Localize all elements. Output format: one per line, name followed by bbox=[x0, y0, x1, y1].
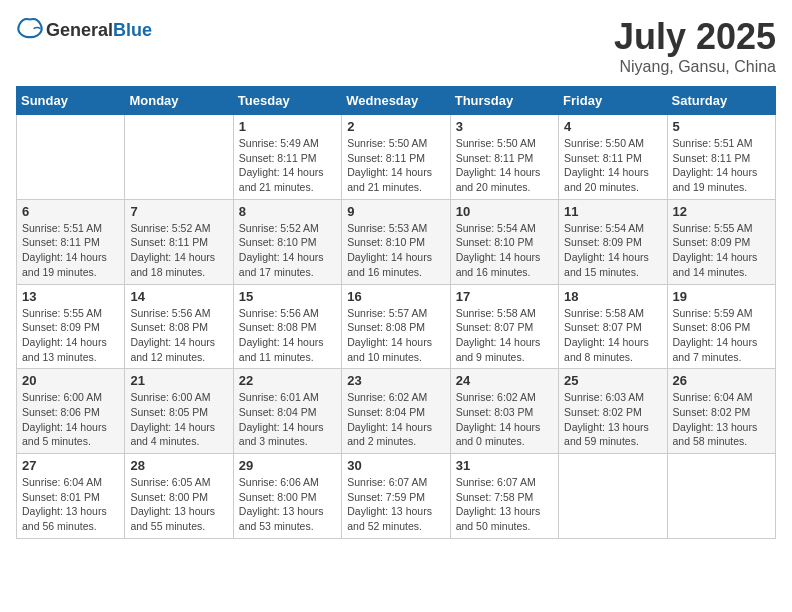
day-info: Sunrise: 5:56 AM Sunset: 8:08 PM Dayligh… bbox=[130, 306, 227, 365]
day-number: 29 bbox=[239, 458, 336, 473]
day-info: Sunrise: 5:57 AM Sunset: 8:08 PM Dayligh… bbox=[347, 306, 444, 365]
weekday-header-friday: Friday bbox=[559, 87, 667, 115]
day-number: 16 bbox=[347, 289, 444, 304]
day-number: 28 bbox=[130, 458, 227, 473]
day-number: 11 bbox=[564, 204, 661, 219]
calendar-cell: 31Sunrise: 6:07 AM Sunset: 7:58 PM Dayli… bbox=[450, 454, 558, 539]
day-info: Sunrise: 5:51 AM Sunset: 8:11 PM Dayligh… bbox=[673, 136, 770, 195]
calendar-week-row: 1Sunrise: 5:49 AM Sunset: 8:11 PM Daylig… bbox=[17, 115, 776, 200]
day-number: 6 bbox=[22, 204, 119, 219]
day-number: 12 bbox=[673, 204, 770, 219]
day-info: Sunrise: 6:05 AM Sunset: 8:00 PM Dayligh… bbox=[130, 475, 227, 534]
day-number: 30 bbox=[347, 458, 444, 473]
logo-icon bbox=[16, 16, 44, 44]
day-number: 5 bbox=[673, 119, 770, 134]
day-info: Sunrise: 5:52 AM Sunset: 8:11 PM Dayligh… bbox=[130, 221, 227, 280]
calendar-cell: 25Sunrise: 6:03 AM Sunset: 8:02 PM Dayli… bbox=[559, 369, 667, 454]
calendar-week-row: 13Sunrise: 5:55 AM Sunset: 8:09 PM Dayli… bbox=[17, 284, 776, 369]
day-number: 9 bbox=[347, 204, 444, 219]
day-info: Sunrise: 6:00 AM Sunset: 8:06 PM Dayligh… bbox=[22, 390, 119, 449]
calendar-table: SundayMondayTuesdayWednesdayThursdayFrid… bbox=[16, 86, 776, 539]
calendar-week-row: 27Sunrise: 6:04 AM Sunset: 8:01 PM Dayli… bbox=[17, 454, 776, 539]
calendar-cell bbox=[125, 115, 233, 200]
weekday-header-sunday: Sunday bbox=[17, 87, 125, 115]
location-subtitle: Niyang, Gansu, China bbox=[614, 58, 776, 76]
weekday-header-monday: Monday bbox=[125, 87, 233, 115]
logo-blue-text: Blue bbox=[113, 20, 152, 40]
day-info: Sunrise: 5:51 AM Sunset: 8:11 PM Dayligh… bbox=[22, 221, 119, 280]
calendar-cell: 5Sunrise: 5:51 AM Sunset: 8:11 PM Daylig… bbox=[667, 115, 775, 200]
calendar-week-row: 6Sunrise: 5:51 AM Sunset: 8:11 PM Daylig… bbox=[17, 199, 776, 284]
calendar-cell: 14Sunrise: 5:56 AM Sunset: 8:08 PM Dayli… bbox=[125, 284, 233, 369]
day-info: Sunrise: 5:50 AM Sunset: 8:11 PM Dayligh… bbox=[347, 136, 444, 195]
day-info: Sunrise: 6:02 AM Sunset: 8:04 PM Dayligh… bbox=[347, 390, 444, 449]
calendar-cell: 18Sunrise: 5:58 AM Sunset: 8:07 PM Dayli… bbox=[559, 284, 667, 369]
calendar-cell: 13Sunrise: 5:55 AM Sunset: 8:09 PM Dayli… bbox=[17, 284, 125, 369]
calendar-cell: 21Sunrise: 6:00 AM Sunset: 8:05 PM Dayli… bbox=[125, 369, 233, 454]
calendar-cell bbox=[559, 454, 667, 539]
day-number: 7 bbox=[130, 204, 227, 219]
day-number: 20 bbox=[22, 373, 119, 388]
calendar-cell: 3Sunrise: 5:50 AM Sunset: 8:11 PM Daylig… bbox=[450, 115, 558, 200]
day-number: 23 bbox=[347, 373, 444, 388]
day-number: 26 bbox=[673, 373, 770, 388]
day-info: Sunrise: 5:49 AM Sunset: 8:11 PM Dayligh… bbox=[239, 136, 336, 195]
day-info: Sunrise: 5:53 AM Sunset: 8:10 PM Dayligh… bbox=[347, 221, 444, 280]
day-number: 27 bbox=[22, 458, 119, 473]
day-info: Sunrise: 5:55 AM Sunset: 8:09 PM Dayligh… bbox=[673, 221, 770, 280]
calendar-week-row: 20Sunrise: 6:00 AM Sunset: 8:06 PM Dayli… bbox=[17, 369, 776, 454]
weekday-header-tuesday: Tuesday bbox=[233, 87, 341, 115]
weekday-header-row: SundayMondayTuesdayWednesdayThursdayFrid… bbox=[17, 87, 776, 115]
day-info: Sunrise: 5:59 AM Sunset: 8:06 PM Dayligh… bbox=[673, 306, 770, 365]
day-number: 15 bbox=[239, 289, 336, 304]
day-info: Sunrise: 5:54 AM Sunset: 8:09 PM Dayligh… bbox=[564, 221, 661, 280]
calendar-cell: 24Sunrise: 6:02 AM Sunset: 8:03 PM Dayli… bbox=[450, 369, 558, 454]
day-number: 8 bbox=[239, 204, 336, 219]
calendar-cell: 9Sunrise: 5:53 AM Sunset: 8:10 PM Daylig… bbox=[342, 199, 450, 284]
calendar-cell: 8Sunrise: 5:52 AM Sunset: 8:10 PM Daylig… bbox=[233, 199, 341, 284]
day-info: Sunrise: 6:07 AM Sunset: 7:58 PM Dayligh… bbox=[456, 475, 553, 534]
calendar-cell: 17Sunrise: 5:58 AM Sunset: 8:07 PM Dayli… bbox=[450, 284, 558, 369]
calendar-cell: 4Sunrise: 5:50 AM Sunset: 8:11 PM Daylig… bbox=[559, 115, 667, 200]
day-info: Sunrise: 6:06 AM Sunset: 8:00 PM Dayligh… bbox=[239, 475, 336, 534]
day-info: Sunrise: 5:54 AM Sunset: 8:10 PM Dayligh… bbox=[456, 221, 553, 280]
day-info: Sunrise: 5:50 AM Sunset: 8:11 PM Dayligh… bbox=[456, 136, 553, 195]
day-number: 1 bbox=[239, 119, 336, 134]
day-number: 18 bbox=[564, 289, 661, 304]
day-number: 21 bbox=[130, 373, 227, 388]
title-area: July 2025 Niyang, Gansu, China bbox=[614, 16, 776, 76]
calendar-cell: 16Sunrise: 5:57 AM Sunset: 8:08 PM Dayli… bbox=[342, 284, 450, 369]
day-number: 4 bbox=[564, 119, 661, 134]
calendar-cell: 30Sunrise: 6:07 AM Sunset: 7:59 PM Dayli… bbox=[342, 454, 450, 539]
day-info: Sunrise: 6:07 AM Sunset: 7:59 PM Dayligh… bbox=[347, 475, 444, 534]
day-info: Sunrise: 6:04 AM Sunset: 8:01 PM Dayligh… bbox=[22, 475, 119, 534]
calendar-cell: 7Sunrise: 5:52 AM Sunset: 8:11 PM Daylig… bbox=[125, 199, 233, 284]
calendar-cell: 26Sunrise: 6:04 AM Sunset: 8:02 PM Dayli… bbox=[667, 369, 775, 454]
header: GeneralBlue July 2025 Niyang, Gansu, Chi… bbox=[16, 16, 776, 76]
day-info: Sunrise: 5:55 AM Sunset: 8:09 PM Dayligh… bbox=[22, 306, 119, 365]
day-number: 17 bbox=[456, 289, 553, 304]
calendar-cell: 2Sunrise: 5:50 AM Sunset: 8:11 PM Daylig… bbox=[342, 115, 450, 200]
calendar-cell bbox=[17, 115, 125, 200]
day-number: 3 bbox=[456, 119, 553, 134]
day-info: Sunrise: 6:00 AM Sunset: 8:05 PM Dayligh… bbox=[130, 390, 227, 449]
day-number: 31 bbox=[456, 458, 553, 473]
day-number: 2 bbox=[347, 119, 444, 134]
calendar-cell: 12Sunrise: 5:55 AM Sunset: 8:09 PM Dayli… bbox=[667, 199, 775, 284]
calendar-cell: 11Sunrise: 5:54 AM Sunset: 8:09 PM Dayli… bbox=[559, 199, 667, 284]
calendar-cell: 22Sunrise: 6:01 AM Sunset: 8:04 PM Dayli… bbox=[233, 369, 341, 454]
day-info: Sunrise: 5:56 AM Sunset: 8:08 PM Dayligh… bbox=[239, 306, 336, 365]
calendar-cell: 1Sunrise: 5:49 AM Sunset: 8:11 PM Daylig… bbox=[233, 115, 341, 200]
month-year-title: July 2025 bbox=[614, 16, 776, 58]
day-info: Sunrise: 5:58 AM Sunset: 8:07 PM Dayligh… bbox=[456, 306, 553, 365]
day-info: Sunrise: 5:52 AM Sunset: 8:10 PM Dayligh… bbox=[239, 221, 336, 280]
day-info: Sunrise: 5:58 AM Sunset: 8:07 PM Dayligh… bbox=[564, 306, 661, 365]
weekday-header-saturday: Saturday bbox=[667, 87, 775, 115]
day-number: 22 bbox=[239, 373, 336, 388]
calendar-cell: 15Sunrise: 5:56 AM Sunset: 8:08 PM Dayli… bbox=[233, 284, 341, 369]
calendar-cell: 29Sunrise: 6:06 AM Sunset: 8:00 PM Dayli… bbox=[233, 454, 341, 539]
logo-general-text: General bbox=[46, 20, 113, 40]
logo: GeneralBlue bbox=[16, 16, 152, 44]
day-number: 19 bbox=[673, 289, 770, 304]
calendar-cell: 27Sunrise: 6:04 AM Sunset: 8:01 PM Dayli… bbox=[17, 454, 125, 539]
